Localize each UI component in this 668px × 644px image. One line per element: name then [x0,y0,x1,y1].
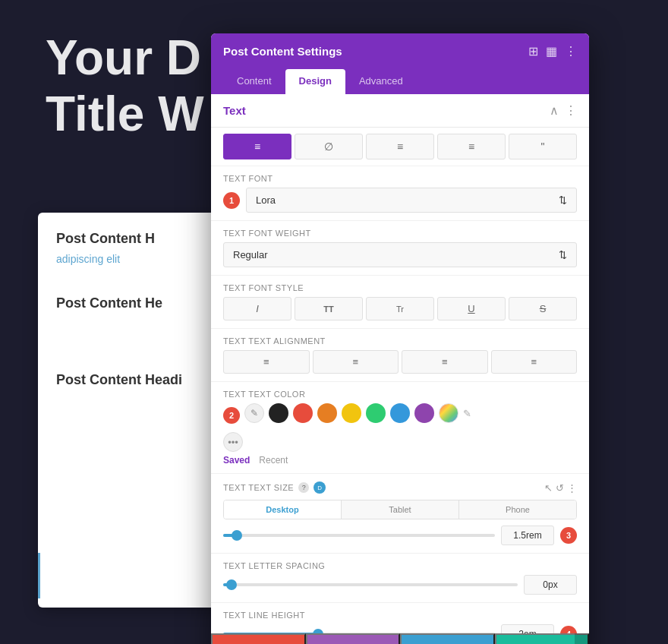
device-tab-desktop[interactable]: Desktop [224,500,342,519]
color-purple[interactable] [414,403,434,423]
text-align-row: ≡ ∅ ≡ ≡ " [211,128,589,166]
text-align-left-btn[interactable]: ≡ [223,350,310,374]
device-tab-tablet[interactable]: Tablet [342,500,459,519]
color-red[interactable] [293,403,313,423]
text-color-section: Text Text Color 2 ✎ ✎ [211,382,589,474]
style-btn-caps[interactable]: TT [295,297,363,320]
color-black[interactable] [269,403,288,423]
undo-button[interactable]: ↺ [306,633,401,644]
style-btn-strikethrough[interactable]: S [509,297,577,320]
section-header-icons: ∧ ⋮ [550,103,577,118]
panel-header-icons: ⊞ ▦ ⋮ [528,44,577,58]
badge-4: 4 [560,626,577,633]
text-font-weight-select[interactable]: Regular ⇅ [223,242,577,267]
style-btn-underline[interactable]: U [437,297,506,320]
color-palette: ✎ ✎ [244,403,471,423]
columns-icon[interactable]: ▦ [546,44,557,58]
text-color-label: Text Text Color [223,390,577,399]
text-align-right-btn[interactable]: ≡ [402,350,488,374]
select-arrow-icon: ⇅ [559,194,567,206]
panel-title: Post Content Settings [223,45,342,58]
color-orange[interactable] [317,403,337,423]
close-x-button[interactable]: ✕ [575,633,589,644]
letter-spacing-slider-row: 0px [223,575,577,595]
cancel-button[interactable]: ✕ [211,633,306,644]
tab-design[interactable]: Design [285,69,345,94]
text-font-label: Text Font [223,174,577,183]
cursor-icon[interactable]: ↖ [544,482,553,494]
text-alignment-field: Text Text Alignment ≡ ≡ ≡ ≡ [211,329,589,382]
color-edit-icon[interactable]: ✎ [463,408,471,419]
panel-tabs: Content Design Advanced [211,69,589,94]
device-tabs: Desktop Tablet Phone [223,500,577,519]
letter-spacing-slider-track[interactable] [223,583,518,586]
text-section-header: Text ∧ ⋮ [211,94,589,128]
size-help-icon[interactable]: ? [298,482,309,493]
text-size-slider-row: 1.5rem 3 [223,526,577,545]
tab-content[interactable]: Content [223,69,285,94]
size-link-icon[interactable]: D [314,481,326,494]
panel-body: Text ∧ ⋮ ≡ ∅ ≡ ≡ " Text Font 1 Lora ⇅ [211,94,589,633]
bottom-action-bar: ✕ ↺ ↻ ✓ ✕ [211,633,589,644]
panel-header: Post Content Settings ⊞ ▦ ⋮ [211,33,589,69]
line-height-slider-row: 2em 4 [223,624,577,633]
more-icon[interactable]: ⋮ [565,44,577,58]
text-size-label-row: Text Text Size ? D ↖ ↺ ⋮ [223,481,577,494]
align-btn-center[interactable]: ≡ [223,134,291,159]
style-btn-italic[interactable]: I [223,297,291,320]
section-more-icon[interactable]: ⋮ [565,103,577,118]
recent-tab[interactable]: Recent [259,455,288,466]
text-size-slider-track[interactable] [223,534,495,537]
more-colors-btn[interactable]: ••• [223,432,243,452]
blue-accent-line [38,553,40,598]
letter-spacing-slider-thumb[interactable] [226,579,237,590]
badge-2: 2 [223,407,240,424]
align-btn-left[interactable]: ≡ [366,134,434,159]
reset-icon[interactable]: ↺ [556,482,564,494]
color-green[interactable] [366,403,386,423]
bg-title-line2: Title W [46,87,204,143]
fullscreen-icon[interactable]: ⊞ [528,44,538,58]
device-tab-phone[interactable]: Phone [459,500,576,519]
color-yellow[interactable] [342,403,361,423]
letter-spacing-value: 0px [524,575,577,595]
color-pencil-btn[interactable]: ✎ [244,403,264,423]
text-align-center-btn[interactable]: ≡ [313,350,399,374]
text-font-select[interactable]: Lora ⇅ [246,188,577,213]
color-rainbow[interactable] [439,403,458,423]
text-align-justify-btn[interactable]: ≡ [491,350,578,374]
align-btn-slash[interactable]: ∅ [295,134,363,159]
align-btn-right[interactable]: ≡ [437,134,506,159]
collapse-icon[interactable]: ∧ [550,103,559,118]
text-size-value: 1.5rem [501,526,554,545]
font-style-buttons: I TT Tr U S [223,297,577,320]
settings-panel: Post Content Settings ⊞ ▦ ⋮ Content Desi… [211,33,589,644]
size-control-icons: ↖ ↺ ⋮ [544,482,577,494]
badge-1: 1 [223,192,240,209]
letter-spacing-label: Text Letter Spacing [223,561,577,570]
section-title: Text [223,104,246,117]
bg-title-line1: Your D [46,30,204,87]
line-height-section: Text Line Height 2em 4 [211,603,589,633]
text-font-field: Text Font 1 Lora ⇅ [211,166,589,221]
saved-recent-tabs: Saved Recent [223,455,577,466]
text-font-weight-label: Text Font Weight [223,229,577,238]
size-more-icon[interactable]: ⋮ [567,482,577,494]
align-btn-quote[interactable]: " [509,134,577,159]
line-height-label: Text Line Height [223,611,577,620]
text-font-weight-field: Text Font Weight Regular ⇅ [211,221,589,276]
text-size-slider-thumb[interactable] [232,530,242,541]
badge-3: 3 [560,527,577,544]
text-alignment-buttons: ≡ ≡ ≡ ≡ [223,350,577,374]
text-font-style-label: Text Font Style [223,283,577,292]
weight-select-arrow-icon: ⇅ [559,249,567,260]
line-height-value: 2em [501,624,554,633]
style-btn-smallcaps[interactable]: Tr [366,297,434,320]
text-alignment-label: Text Text Alignment [223,336,577,346]
redo-button[interactable]: ↻ [400,633,495,644]
tab-advanced[interactable]: Advanced [345,69,417,94]
letter-spacing-section: Text Letter Spacing 0px [211,554,589,603]
color-blue[interactable] [390,403,410,423]
text-font-style-field: Text Font Style I TT Tr U S [211,276,589,329]
saved-tab[interactable]: Saved [223,455,250,466]
